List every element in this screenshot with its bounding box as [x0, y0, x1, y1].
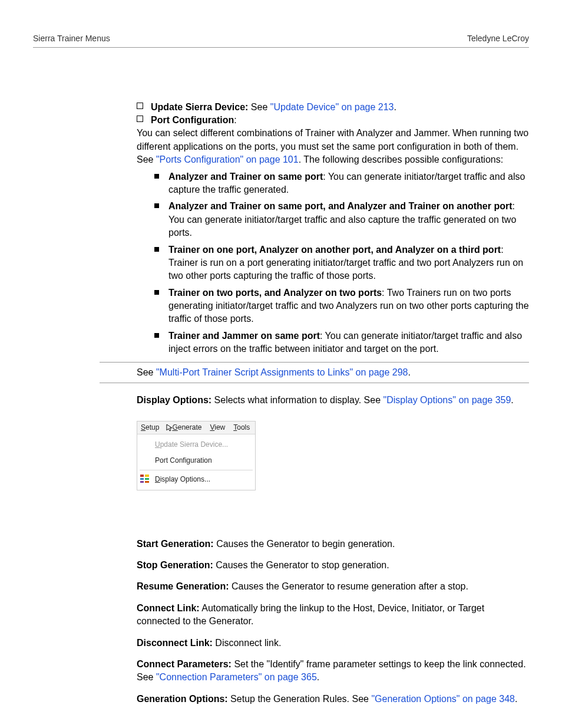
display-options-post: .	[511, 395, 513, 405]
sub-bold: Trainer and Jammer on same port	[168, 331, 320, 341]
menu-view[interactable]: View	[210, 423, 225, 433]
def-resume-generation: Resume Generation: Causes the Generator …	[137, 580, 529, 593]
list-item: Trainer on two ports, and Analyzer on tw…	[151, 286, 529, 326]
square-icon	[154, 247, 159, 252]
list-item: Trainer and Jammer on same port: You can…	[151, 330, 529, 356]
menu-dropdown: Update Sierra Device... Port Configurati…	[137, 434, 255, 489]
top-bullet-list: Update Sierra Device: See "Update Device…	[137, 101, 529, 127]
port-config-text2: . The following describes possible confi…	[299, 154, 503, 164]
menu-port-config-label: Port Configuration	[155, 456, 212, 466]
menu-item-port-configuration[interactable]: Port Configuration	[137, 453, 255, 469]
display-options-link[interactable]: "Display Options" on page 359	[384, 395, 511, 405]
menu-item-display-options[interactable]: Display Options...	[137, 472, 255, 487]
menu-generate[interactable]: Generate	[167, 423, 201, 433]
sub-bullet-list: Analyzer and Trainer on same port: You c…	[137, 170, 529, 356]
ports-configuration-link[interactable]: "Ports Configuration" on page 101	[156, 154, 299, 164]
display-options-label: Display Options:	[137, 395, 211, 405]
connection-parameters-link[interactable]: "Connection Parameters" on page 365	[156, 672, 317, 682]
port-configuration-colon: :	[234, 115, 236, 125]
square-icon	[154, 333, 159, 338]
definitions: Start Generation: Causes the Generator t…	[137, 538, 529, 706]
def-start-generation: Start Generation: Causes the Generator t…	[137, 538, 529, 551]
update-device-label: Update Sierra Device:	[151, 102, 248, 112]
def-disconnect-link: Disconnect Link: Disconnect link.	[137, 637, 529, 650]
def-connect-link: Connect Link: Automatically bring the li…	[137, 602, 529, 628]
port-configuration-description: You can select different combinations of…	[137, 127, 529, 166]
page-header: Sierra Trainer Menus Teledyne LeCroy	[33, 33, 529, 48]
see-also-block: See "Multi-Port Trainer Script Assignmen…	[100, 362, 529, 383]
update-device-tail: .	[394, 102, 396, 112]
menu-bar: Setup Generate View Tools	[137, 421, 255, 434]
sub-bold: Trainer on two ports, and Analyzer on tw…	[168, 288, 382, 298]
menu-tools[interactable]: Tools	[233, 423, 250, 433]
square-icon	[154, 203, 159, 208]
update-device-textsee: See	[248, 102, 270, 112]
menu-item-update-sierra-device: Update Sierra Device...	[137, 437, 255, 453]
sub-bold: Analyzer and Trainer on same port	[168, 172, 323, 182]
header-right: Teledyne LeCroy	[467, 33, 529, 45]
display-options-line: Display Options: Selects what informatio…	[137, 394, 529, 407]
sub-bold: Trainer on one port, Analyzer on another…	[168, 245, 501, 255]
svg-rect-0	[140, 475, 144, 477]
square-icon	[154, 290, 159, 295]
sub-bold: Analyzer and Trainer on same port, and A…	[168, 201, 513, 211]
list-item-port-configuration: Port Configuration:	[137, 114, 529, 127]
page-content: Update Sierra Device: See "Update Device…	[33, 101, 529, 706]
update-device-link[interactable]: "Update Device" on page 213	[270, 102, 394, 112]
display-options-text: Selects what information to display. See	[211, 395, 383, 405]
see-also-post: .	[408, 367, 410, 377]
list-item-update-device: Update Sierra Device: See "Update Device…	[137, 101, 529, 114]
list-item: Analyzer and Trainer on same port: You c…	[151, 170, 529, 197]
checkbox-icon	[137, 116, 143, 122]
svg-rect-4	[145, 478, 149, 480]
def-generation-options: Generation Options: Setup the Generation…	[137, 693, 529, 706]
svg-rect-2	[140, 481, 144, 483]
svg-rect-5	[145, 481, 149, 483]
display-options-icon	[140, 473, 150, 484]
svg-rect-1	[140, 478, 144, 480]
checkbox-icon	[137, 103, 143, 109]
def-connect-parameters: Connect Parameters: Set the "Identify" f…	[137, 658, 529, 684]
menu-setup[interactable]: Setup	[141, 423, 159, 433]
square-icon	[154, 174, 159, 179]
header-left: Sierra Trainer Menus	[33, 33, 110, 45]
svg-rect-3	[145, 475, 149, 477]
port-configuration-label: Port Configuration	[151, 115, 234, 125]
list-item: Trainer on one port, Analyzer on another…	[151, 243, 529, 283]
menu-screenshot: Setup Generate View Tools Update Sierra …	[137, 421, 256, 490]
list-item: Analyzer and Trainer on same port, and A…	[151, 200, 529, 239]
see-also-pre: See	[137, 367, 156, 377]
generation-options-link[interactable]: "Generation Options" on page 348	[371, 694, 515, 704]
multi-port-trainer-link[interactable]: "Multi-Port Trainer Script Assignments t…	[156, 367, 408, 377]
def-stop-generation: Stop Generation: Causes the Generator to…	[137, 559, 529, 572]
menu-separator	[140, 470, 253, 470]
